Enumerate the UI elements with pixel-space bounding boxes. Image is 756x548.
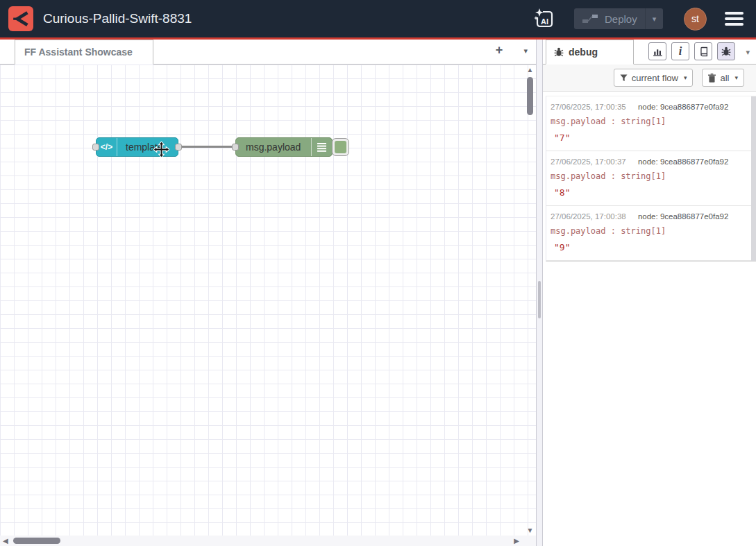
dashboard-chart-button[interactable] bbox=[648, 42, 666, 60]
debug-message[interactable]: 27/06/2025, 17:00:35 node: 9cea886877e0f… bbox=[546, 96, 751, 151]
message-timestamp: 27/06/2025, 17:00:38 bbox=[551, 212, 626, 221]
message-value: "8" bbox=[551, 187, 744, 198]
bug-icon bbox=[554, 47, 564, 57]
message-property[interactable]: msg.payload : string[1] bbox=[551, 226, 744, 236]
scroll-right-icon[interactable]: ▶ bbox=[514, 537, 519, 545]
flow-canvas[interactable]: </> template msg.payload bbox=[0, 65, 536, 536]
deploy-options-caret[interactable]: ▾ bbox=[645, 8, 663, 29]
node-msg-payload[interactable]: msg.payload bbox=[235, 137, 333, 157]
info-icon: i bbox=[679, 45, 682, 58]
debug-list-icon bbox=[311, 138, 332, 156]
debug-tab-label: debug bbox=[569, 46, 598, 58]
deploy-button[interactable]: Deploy ▾ bbox=[574, 8, 663, 29]
debug-message-list: 27/06/2025, 17:00:35 node: 9cea886877e0f… bbox=[546, 96, 756, 262]
message-timestamp: 27/06/2025, 17:00:37 bbox=[551, 157, 626, 166]
debug-input-port[interactable] bbox=[232, 144, 239, 151]
message-node-id: node: 9cea886877e0fa92 bbox=[638, 157, 728, 166]
message-property[interactable]: msg.payload : string[1] bbox=[551, 117, 744, 126]
node-debug-label: msg.payload bbox=[236, 142, 301, 153]
hamburger-icon bbox=[725, 12, 744, 15]
message-property[interactable]: msg.payload : string[1] bbox=[551, 171, 744, 181]
workspace-tab-label: FF Assistant Showcase bbox=[24, 46, 133, 58]
ai-sparkle-icon: AI bbox=[534, 8, 555, 29]
debug-filter-button[interactable]: current flow ▾ bbox=[614, 69, 694, 87]
help-button[interactable] bbox=[694, 42, 712, 60]
message-value: "7" bbox=[551, 132, 744, 143]
message-node-id: node: 9cea886877e0fa92 bbox=[638, 103, 728, 111]
flowfuse-logo-glyph bbox=[12, 10, 30, 28]
debug-toolbar: current flow ▾ all ▾ bbox=[543, 65, 756, 92]
scroll-up-icon[interactable]: ▲ bbox=[524, 66, 536, 74]
vertical-scroll-thumb[interactable] bbox=[527, 77, 533, 115]
app-header: Curious-Pallid-Swift-8831 AI Deploy ▾ bbox=[0, 0, 756, 40]
tab-debug[interactable]: debug bbox=[546, 40, 634, 65]
debug-clear-button[interactable]: all ▾ bbox=[702, 69, 744, 87]
bug-icon bbox=[721, 46, 731, 56]
template-output-port[interactable] bbox=[175, 144, 182, 151]
splitter-drag-handle[interactable] bbox=[538, 281, 541, 318]
message-timestamp: 27/06/2025, 17:00:35 bbox=[551, 103, 626, 111]
tab-ff-assistant-showcase[interactable]: FF Assistant Showcase bbox=[15, 40, 153, 65]
debug-enable-toggle[interactable] bbox=[332, 138, 349, 156]
node-template[interactable]: </> template bbox=[96, 137, 178, 157]
code-icon: </> bbox=[96, 138, 117, 156]
svg-text:AI: AI bbox=[541, 17, 548, 26]
user-avatar[interactable]: st bbox=[684, 8, 707, 31]
sidebar-options-caret[interactable]: ▾ bbox=[746, 48, 750, 57]
filter-funnel-icon bbox=[620, 74, 628, 82]
scroll-down-icon[interactable]: ▼ bbox=[524, 526, 536, 534]
main-area: FF Assistant Showcase + ▾ </> template m… bbox=[0, 40, 756, 546]
flowfuse-logo bbox=[8, 6, 33, 31]
debug-message[interactable]: 27/06/2025, 17:00:38 node: 9cea886877e0f… bbox=[546, 206, 751, 261]
main-menu-button[interactable] bbox=[723, 9, 745, 28]
node-template-label: template bbox=[117, 142, 163, 153]
info-button[interactable]: i bbox=[671, 42, 689, 60]
template-input-port[interactable] bbox=[92, 144, 99, 151]
filter-label: current flow bbox=[632, 73, 678, 83]
canvas-horizontal-scrollbar[interactable]: ◀ ▶ bbox=[0, 536, 536, 546]
bar-chart-icon bbox=[653, 46, 663, 57]
clear-scope-label: all bbox=[720, 73, 729, 83]
canvas-vertical-scrollbar[interactable]: ▲ ▼ bbox=[524, 65, 536, 536]
wire-template-to-debug[interactable] bbox=[178, 146, 236, 148]
flow-list-caret[interactable]: ▾ bbox=[523, 46, 528, 55]
page-title: Curious-Pallid-Swift-8831 bbox=[43, 11, 532, 26]
sidebar-splitter[interactable] bbox=[536, 40, 543, 546]
deploy-label: Deploy bbox=[605, 13, 637, 25]
deploy-nodes-icon bbox=[582, 14, 598, 24]
filter-caret-icon: ▾ bbox=[684, 74, 687, 81]
trash-icon bbox=[708, 74, 716, 83]
add-flow-button[interactable]: + bbox=[492, 43, 507, 58]
scroll-left-icon[interactable]: ◀ bbox=[3, 537, 8, 545]
message-node-id: node: 9cea886877e0fa92 bbox=[638, 212, 728, 221]
book-icon bbox=[698, 46, 709, 57]
clear-caret-icon: ▾ bbox=[734, 74, 738, 81]
workspace-pane: FF Assistant Showcase + ▾ </> template m… bbox=[0, 40, 536, 546]
avatar-initials: st bbox=[691, 13, 699, 24]
debug-sidebar: debug i bbox=[543, 40, 756, 546]
sidebar-tabbar: debug i bbox=[543, 40, 756, 65]
debug-message-area: 27/06/2025, 17:00:35 node: 9cea886877e0f… bbox=[543, 92, 756, 546]
debug-list-scrollbar[interactable] bbox=[751, 96, 756, 261]
debug-panel-button[interactable] bbox=[717, 42, 735, 60]
ai-assistant-button[interactable]: AI bbox=[532, 7, 556, 31]
horizontal-scroll-thumb[interactable] bbox=[13, 538, 60, 544]
message-value: "9" bbox=[551, 242, 744, 252]
debug-message[interactable]: 27/06/2025, 17:00:37 node: 9cea886877e0f… bbox=[546, 151, 751, 206]
workspace-tabbar: FF Assistant Showcase + ▾ bbox=[0, 40, 536, 65]
